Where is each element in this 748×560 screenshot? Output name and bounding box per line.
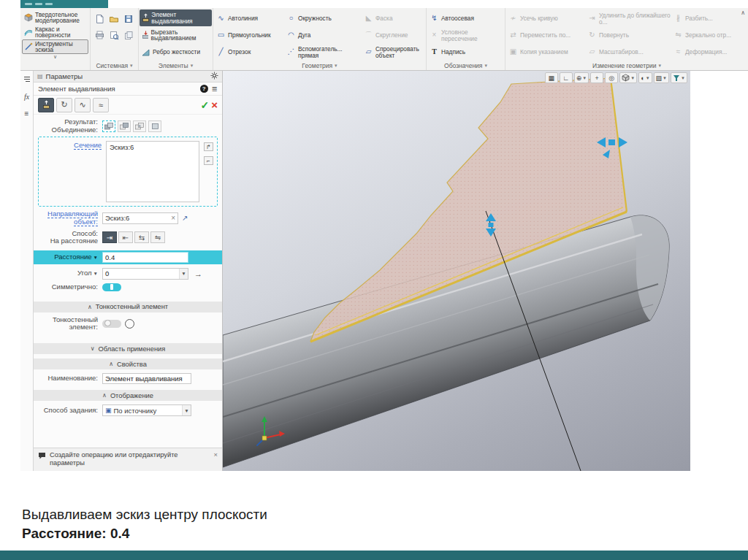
- tool-cut-extrude[interactable]: Вырезать выдавливанием: [140, 26, 212, 43]
- angle-combo[interactable]: ▼: [102, 268, 188, 280]
- tool-rotate[interactable]: ↻Повернуть: [586, 27, 672, 44]
- pan-button[interactable]: +: [590, 72, 603, 83]
- tool-project-object[interactable]: ▱Спроецировать объект: [362, 44, 424, 61]
- save-button[interactable]: [124, 15, 133, 23]
- caret-down-icon[interactable]: ▼: [94, 271, 98, 276]
- tree-panel-icon[interactable]: [22, 74, 32, 85]
- result-union-button[interactable]: [102, 120, 115, 132]
- tool-rectangle[interactable]: ▭Прямоугольник: [215, 27, 285, 44]
- coordinate-system-button[interactable]: ∟: [560, 72, 573, 83]
- group-footer-system[interactable]: Системная▾: [91, 61, 138, 70]
- angle-input[interactable]: [103, 269, 179, 277]
- edit-sketch-icon[interactable]: ↱: [204, 142, 213, 151]
- quick-filter-button[interactable]: ▼: [671, 72, 687, 83]
- loft-mode-button[interactable]: ≈: [93, 98, 109, 112]
- tabs-chevron-icon[interactable]: ∨: [22, 54, 88, 61]
- snap-grid-button[interactable]: ▦: [545, 72, 558, 83]
- group-footer-modify[interactable]: Изменение геометрии▾: [505, 61, 748, 70]
- zoom-button[interactable]: ⊕▼: [574, 72, 589, 83]
- assign-combo[interactable]: ▣По источнику ▼: [102, 404, 191, 416]
- tool-chamfer[interactable]: ◣Фаска: [362, 10, 424, 27]
- direction-arrow-icon[interactable]: →: [194, 269, 202, 278]
- close-icon[interactable]: ×: [214, 451, 218, 459]
- section-sketch-item[interactable]: Эскиз:6: [110, 143, 134, 151]
- group-footer-geometry[interactable]: Геометрия▾: [213, 61, 426, 70]
- orbit-button[interactable]: ◎: [605, 72, 618, 83]
- thin-mode-icon[interactable]: [125, 319, 134, 329]
- tab-solid-modeling[interactable]: Твердотельное моделирование: [22, 10, 88, 25]
- thin-element-toggle[interactable]: [102, 320, 121, 328]
- tab-surfaces[interactable]: Каркас и поверхности: [22, 25, 88, 39]
- tool-auto-axis[interactable]: ↯Автоосевая: [428, 10, 503, 27]
- collapse-ribbon-button[interactable]: ∧: [741, 9, 745, 16]
- group-footer-elements[interactable]: Элементы▾: [139, 61, 213, 70]
- tool-move[interactable]: ⇄Переместить по...: [507, 27, 586, 44]
- pick-section-icon[interactable]: ⌐: [204, 156, 213, 165]
- section-link[interactable]: Сечение: [42, 141, 103, 202]
- tool-text-label[interactable]: TНадпись: [428, 44, 503, 61]
- method-to-surface-button[interactable]: ⇋: [150, 231, 165, 243]
- tool-arc[interactable]: ◠Дуга: [285, 27, 362, 44]
- extrude-mode-button[interactable]: [38, 98, 54, 112]
- orientation-cube-button[interactable]: ▼: [619, 72, 637, 83]
- combo-caret-icon[interactable]: ▼: [182, 405, 191, 415]
- section-selector[interactable]: Сечение Эскиз:6 ↱ ⌐: [38, 137, 218, 207]
- feature-tree-icon[interactable]: ≣: [212, 85, 218, 93]
- display-style-button[interactable]: ◐▼: [638, 72, 652, 83]
- result-intersect-button[interactable]: [133, 120, 146, 132]
- tool-trim-curve[interactable]: ≁Усечь кривую: [507, 10, 586, 27]
- new-document-button[interactable]: [95, 14, 104, 24]
- caret-down-icon[interactable]: ▼: [94, 255, 98, 260]
- tool-split[interactable]: ∦Разбить...: [672, 10, 748, 27]
- tab-sketch-tools[interactable]: Инструменты эскиза: [22, 39, 88, 54]
- result-subtract-button[interactable]: [118, 120, 131, 132]
- symmetric-toggle[interactable]: [102, 283, 121, 291]
- pick-direction-icon[interactable]: ↗: [182, 214, 188, 222]
- method-through-all-button[interactable]: ⇤: [118, 231, 133, 243]
- section-thin-walled[interactable]: ∧Тонкостенный элемент: [34, 302, 222, 312]
- tool-extrude-element[interactable]: Элемент выдавливания: [140, 9, 212, 26]
- name-input[interactable]: [102, 373, 191, 384]
- guide-object-field[interactable]: Эскиз:6 ×: [102, 212, 178, 224]
- copy-button[interactable]: [124, 31, 134, 40]
- clear-icon[interactable]: ×: [171, 214, 175, 222]
- tool-circle[interactable]: ○Окружность: [285, 10, 362, 27]
- tool-scale[interactable]: ▱Масштабиров...: [586, 44, 672, 61]
- section-view-button[interactable]: ▨▼: [654, 72, 669, 83]
- tool-auxiliary-line[interactable]: ⋰Вспомогатель... прямая: [285, 44, 362, 61]
- result-row: Результат:Объединение:: [38, 118, 218, 134]
- tool-segment[interactable]: ╱Отрезок: [215, 44, 285, 61]
- help-icon[interactable]: ?: [200, 85, 208, 93]
- tool-fillet[interactable]: ⌒Скругление: [362, 27, 424, 44]
- group-footer-designations[interactable]: Обозначения▾: [427, 61, 505, 70]
- scene-canvas[interactable]: [223, 71, 690, 471]
- section-properties[interactable]: ∧Свойства: [34, 358, 222, 369]
- tool-extend[interactable]: ⇥Удлинить до ближайшего о...: [586, 10, 672, 27]
- result-new-body-button[interactable]: [148, 120, 161, 132]
- print-button[interactable]: [95, 31, 104, 39]
- tool-stiffener-rib[interactable]: Ребро жесткости: [140, 44, 212, 61]
- tool-conditional-intersection[interactable]: ×Условное пересечение: [428, 27, 503, 44]
- angle-row: Угол▼ ▼ →: [38, 268, 218, 280]
- menu-icon[interactable]: ≡: [22, 108, 32, 118]
- section-scope[interactable]: ∨Область применения: [34, 343, 222, 354]
- sweep-mode-button[interactable]: ∿: [75, 98, 91, 112]
- section-display[interactable]: ∧Отображение: [34, 390, 222, 401]
- method-distance-button[interactable]: ⇥: [102, 231, 117, 243]
- gear-icon[interactable]: [210, 72, 218, 81]
- tool-copy-by-pointing[interactable]: ▣Копия указанием: [507, 44, 586, 61]
- viewport[interactable]: ▦ ∟ ⊕▼ + ◎ ▼ ◐▼ ▨▼ ▼: [223, 71, 690, 471]
- distance-input[interactable]: [102, 252, 188, 263]
- open-document-button[interactable]: [109, 15, 119, 23]
- fx-variables-icon[interactable]: fx: [22, 91, 32, 101]
- cancel-icon[interactable]: ×: [211, 99, 218, 111]
- confirm-icon[interactable]: ✓: [201, 99, 210, 111]
- tool-mirror[interactable]: ⇋Зеркально отр...: [672, 27, 748, 44]
- combo-caret-icon[interactable]: ▼: [179, 269, 188, 279]
- section-list[interactable]: Эскиз:6: [106, 141, 199, 202]
- method-to-object-button[interactable]: ⇆: [134, 231, 149, 243]
- tool-autoline[interactable]: ∿Автолиния: [215, 10, 285, 27]
- preview-button[interactable]: [110, 31, 119, 40]
- revolve-mode-button[interactable]: ↻: [56, 98, 72, 112]
- tool-deform[interactable]: ≈Деформация...: [672, 44, 748, 61]
